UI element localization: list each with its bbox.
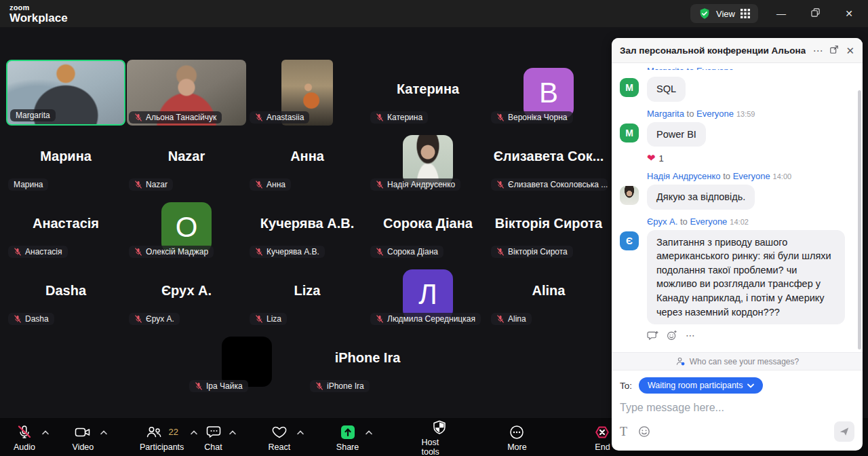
restore-button[interactable] (810, 8, 821, 19)
chat-messages[interactable]: Margarita to EveryoneMSQLMargarita to Ev… (612, 63, 863, 352)
participant-tile[interactable]: АнастасіяАнастасія (5, 193, 126, 261)
message-sender[interactable]: Єрух А. (647, 216, 677, 227)
participant-name-label: Alina (491, 313, 532, 325)
video-options-chevron[interactable] (99, 420, 108, 443)
participant-tile[interactable]: Надія Андрусенко (368, 126, 488, 193)
participant-tile[interactable]: NazarNazar (126, 126, 247, 193)
chat-header: Зал персональной конференции Альона ... … (612, 38, 863, 63)
recipient-selector[interactable]: Waiting room participants (639, 377, 763, 394)
privacy-note-bar[interactable]: Who can see your messages? (612, 352, 863, 370)
muted-mic-icon (255, 113, 263, 121)
participants-count: 22 (168, 427, 178, 437)
host-tools-button[interactable]: Host tools (417, 415, 460, 456)
host-tools-button-label: Host tools (421, 438, 456, 456)
audio-button[interactable]: Audio (9, 420, 39, 455)
share-button-label: Share (336, 442, 359, 452)
participant-name-label: Іра Чайка (189, 380, 248, 392)
chat-scrollbar[interactable] (858, 90, 861, 349)
participants-button[interactable]: 22 Participants (136, 420, 188, 455)
participant-tile[interactable]: Іра Чайка (186, 328, 307, 395)
chat-more-icon[interactable]: ⋯ (812, 45, 823, 56)
participant-tile[interactable]: Альона Танасійчук (126, 59, 247, 126)
pop-out-icon[interactable] (829, 45, 839, 56)
send-plane-icon (839, 426, 850, 437)
participant-tile[interactable]: Сорока ДіанаСорока Діана (368, 193, 488, 261)
muted-mic-icon (195, 382, 203, 390)
message-recipient[interactable]: Everyone (696, 109, 734, 119)
message-recipient[interactable]: Everyone (690, 216, 727, 227)
react-button[interactable]: React (264, 420, 294, 455)
send-button[interactable] (834, 421, 854, 442)
participant-name-text: Надія Андрусенко (387, 180, 455, 189)
more-button[interactable]: More (503, 420, 530, 455)
privacy-note-text: Who can see your messages? (690, 357, 799, 366)
participant-name-text: Alina (508, 314, 526, 324)
participant-tile[interactable]: DashaDasha (5, 261, 126, 328)
add-reaction-icon[interactable] (667, 330, 677, 341)
grid-view-icon (741, 9, 750, 18)
participant-tile[interactable]: LizaLiza (247, 261, 368, 328)
participant-tile[interactable]: OОлексій Маджар (126, 193, 247, 261)
message-sender[interactable]: Margarita (647, 109, 684, 119)
chat-message[interactable]: Єрух А. to Everyone14:02ЄЗапитання з при… (620, 216, 853, 341)
message-recipient[interactable]: Everyone (733, 171, 770, 181)
participant-name-text: Анастасія (25, 247, 62, 256)
more-button-label: More (507, 442, 526, 452)
chat-options-chevron[interactable] (228, 420, 237, 443)
participant-name-label: Вікторія Сирота (491, 246, 573, 258)
participant-name-label: Єрух А. (129, 313, 180, 325)
participant-name-label: Катерина (370, 111, 428, 124)
message-more-icon[interactable]: ⋯ (686, 332, 695, 339)
chat-button[interactable]: Chat (200, 420, 226, 455)
participant-tile[interactable]: Кучерява А.В.Кучерява А.В. (247, 193, 368, 261)
react-options-chevron[interactable] (296, 420, 305, 443)
close-window-button[interactable]: ✕ (844, 8, 854, 19)
participant-tile[interactable]: КатеринаКатерина (368, 59, 488, 126)
message-bubble: Power BI (647, 122, 706, 147)
chat-message[interactable]: MSQL (620, 77, 853, 102)
message-sender[interactable]: Надія Андрусенко (647, 171, 721, 181)
participant-tile[interactable]: ЛЛюдмила Середницкая (368, 261, 488, 328)
participant-tile[interactable]: МаринаМарина (5, 126, 126, 193)
participant-tile[interactable]: BВероніка Чорна (488, 59, 609, 126)
participant-tile[interactable]: Margarita (5, 59, 126, 126)
message-reaction[interactable]: ❤1 (647, 152, 853, 164)
participant-tile[interactable]: AlinaAlina (488, 261, 609, 328)
heart-reaction-icon: ❤ (647, 152, 656, 164)
participant-name-text: Liza (267, 314, 281, 324)
participant-tile[interactable]: Anastasiia (247, 59, 368, 126)
zoom-app-window: zoom Workplace View — ✕ Ma (0, 0, 868, 456)
message-bubble: Запитання з приводу вашого американськог… (647, 230, 845, 324)
format-text-icon[interactable]: T (620, 425, 627, 439)
participant-name-label: Надія Андрусенко (370, 178, 460, 191)
minimize-button[interactable]: — (776, 8, 787, 19)
muted-mic-icon (255, 180, 263, 189)
grid-row: MargaritaАльона ТанасійчукAnastasiiaКате… (5, 59, 609, 126)
chat-message[interactable]: Margarita to Everyone13:59MPower BI❤1 (620, 109, 853, 165)
grid-row: АнастасіяАнастасіяOОлексій МаджарКучеряв… (5, 193, 609, 261)
participant-name-label: Margarita (10, 109, 56, 121)
recipient-selector-value: Waiting room participants (648, 381, 743, 390)
view-button[interactable]: View (690, 4, 758, 23)
participant-tile[interactable]: Єрух А.Єрух А. (126, 261, 247, 328)
audio-button-label: Audio (14, 442, 35, 452)
participant-name-text: Альона Танасійчук (146, 113, 216, 122)
chat-bubble-icon (205, 424, 222, 440)
muted-mic-icon (255, 248, 263, 256)
participant-tile[interactable]: Єлизавета Сок...Єлизавета Соколовська ..… (488, 126, 609, 193)
participant-tile[interactable]: АннаАнна (247, 126, 368, 193)
message-bubble: Дякую за відповідь. (647, 185, 755, 210)
message-input[interactable] (612, 400, 863, 419)
participant-tile[interactable]: iPhone IraiPhone Ira (307, 328, 428, 395)
reply-icon[interactable] (647, 330, 658, 341)
share-options-chevron[interactable] (364, 420, 374, 443)
audio-options-chevron[interactable] (41, 420, 50, 443)
video-button[interactable]: Video (68, 420, 98, 455)
close-chat-icon[interactable]: ✕ (846, 45, 854, 56)
grid-row: Іра ЧайкаiPhone IraiPhone Ira (5, 328, 609, 395)
chat-message[interactable]: Надія Андрусенко to Everyone14:00Дякую з… (620, 171, 853, 210)
participant-tile[interactable]: Вікторія СиротаВікторія Сирота (488, 193, 609, 261)
participants-options-chevron[interactable] (189, 420, 199, 443)
share-button[interactable]: Share (332, 420, 363, 455)
emoji-picker-icon[interactable] (638, 425, 650, 438)
